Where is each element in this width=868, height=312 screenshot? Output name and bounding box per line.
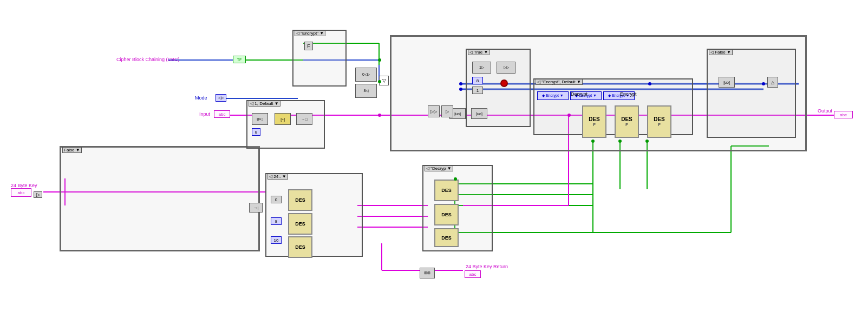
label-input: Input	[199, 111, 210, 117]
des-block-3[interactable]: DES F	[647, 105, 671, 138]
false-case-bottom-left: False ▼	[60, 146, 260, 251]
compare-block-2[interactable]: ▷	[441, 105, 453, 117]
false-case-top-right: ◁ False ▼ [uo] △	[707, 49, 796, 138]
center-block-1[interactable]: 0◁▷	[355, 68, 377, 82]
label-cipher-block-chaining: Cipher Block Chaining (CBC)	[116, 57, 180, 62]
connector-pink-1	[378, 114, 381, 117]
key-return-indicator[interactable]: abc	[465, 270, 481, 278]
decrypt-case: ◁ "Decryp ▼ DES DES DES	[422, 165, 493, 251]
eight-true: 8	[472, 77, 483, 84]
zero-indicator: 0	[271, 196, 282, 203]
twenty-four-case: ◁ 24.. ▼ 0 8 16 DES DES DES	[265, 173, 363, 257]
compare-block-1[interactable]: ▷▷	[428, 105, 440, 117]
uo-block-right[interactable]: [uo]	[719, 77, 735, 88]
true-inner-2[interactable]: ▷▷	[497, 62, 515, 74]
decrypt-text: Decrypt	[571, 91, 588, 97]
arrow-block-left-24[interactable]: →|	[249, 203, 263, 213]
input-key-indicator[interactable]: abc	[11, 188, 31, 197]
key-return-connector[interactable]: ⊞⊞	[420, 268, 435, 278]
encrypt-text: Encrypt	[620, 91, 637, 97]
block-diagram-canvas: 24 Byte Key abc ▷ False ▼ ◁ "Encrypt" ▼ …	[0, 0, 868, 312]
eight-indicator-2: 8	[271, 217, 282, 225]
stop-indicator	[500, 79, 508, 87]
label-output: Output	[818, 108, 832, 114]
sixteen-indicator: 16	[271, 236, 282, 244]
eight-indicator: 8	[252, 128, 260, 136]
des-inner-1[interactable]: DES	[288, 189, 312, 211]
connector-blue-3	[648, 82, 651, 85]
connector-blue-2	[459, 88, 462, 91]
cbc-tf-indicator[interactable]: TF	[233, 56, 246, 63]
des-block-1[interactable]: DES F	[582, 105, 606, 138]
encrypt-selector-1[interactable]: ◆ Encrypt ▼	[537, 91, 569, 100]
connector-blue-4	[762, 82, 765, 85]
des-decrypt-2[interactable]: DES	[434, 204, 459, 225]
decrypt-encrypt-labels: Decrypt Encrypt	[571, 91, 637, 97]
connector-2	[378, 80, 381, 83]
decrypt-case-label[interactable]: ◁ "Decryp ▼	[425, 165, 453, 171]
output-indicator[interactable]: abc	[834, 111, 853, 118]
encrypt-string-label[interactable]: ◁ "Encrypt" ▼	[295, 30, 325, 36]
input-abc-indicator[interactable]: abc	[214, 110, 230, 118]
inner-block-2[interactable]: [÷]	[275, 113, 291, 125]
center-block-2[interactable]: 8◁	[355, 84, 377, 98]
des-inner-3[interactable]: DES	[288, 236, 312, 258]
connector-6	[645, 140, 649, 143]
connector-5	[618, 140, 622, 143]
connector-pink-2	[567, 114, 571, 117]
key-arrow[interactable]: ▷	[34, 191, 42, 198]
des-decrypt-3[interactable]: DES	[434, 228, 459, 247]
mode-indicator[interactable]: ◁▷	[216, 94, 226, 102]
label-mode: Mode	[195, 95, 207, 101]
true-inner-1[interactable]: 1▷	[472, 62, 491, 74]
des-block-2[interactable]: DES F	[615, 105, 639, 138]
inner-block-1[interactable]: 8×↕	[252, 113, 268, 125]
inner-block-3[interactable]: →□	[296, 113, 312, 125]
one-default-label[interactable]: ◁ 1, Default ▼	[249, 101, 280, 107]
connector-4	[591, 140, 595, 143]
encrypt-string-case: ◁ "Encrypt" ▼ F	[292, 30, 347, 87]
twenty-four-label[interactable]: ◁ 24.. ▼	[267, 174, 288, 180]
one-true: 1	[472, 87, 483, 94]
one-default-case: ◁ 1, Default ▼ 8×↕ [÷] →□ 8	[246, 100, 325, 149]
connector-1	[378, 58, 381, 62]
connector-blue-1	[459, 82, 462, 85]
f-indicator-encrypt: F	[304, 42, 313, 50]
des-inner-2[interactable]: DES	[288, 213, 312, 235]
arrow-up-right[interactable]: △	[767, 77, 778, 88]
encrypt-default-label[interactable]: ◁ "Encrypt", Default ▼	[536, 79, 583, 85]
input-key-text: abc	[18, 190, 25, 195]
false-top-right-label[interactable]: ◁ False ▼	[709, 49, 733, 55]
false-label-bottom[interactable]: False ▼	[62, 147, 82, 153]
connector-3	[454, 177, 457, 181]
true-case-label[interactable]: ◁ True ▼	[468, 49, 490, 55]
label-24-byte-key-return: 24 Byte Key Return	[466, 264, 508, 269]
uo-block-center2[interactable]: [uo]	[471, 108, 487, 119]
des-decrypt-1[interactable]: DES	[434, 180, 459, 201]
label-24-byte-key: 24 Byte Key	[11, 183, 37, 188]
